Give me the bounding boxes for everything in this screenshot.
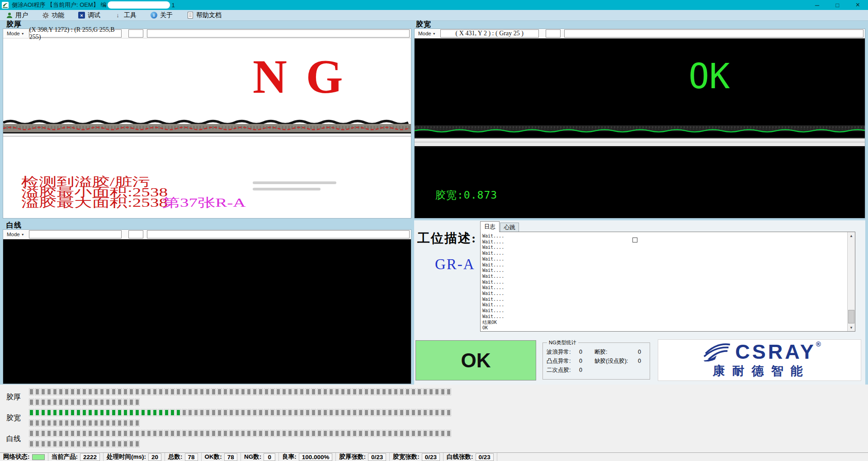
- indicator-cell: [346, 409, 351, 416]
- tab-heartbeat[interactable]: 心跳: [500, 223, 519, 232]
- indicator-cell: [41, 419, 46, 427]
- indicator-cell: [158, 388, 163, 395]
- indicator-cell: [188, 409, 193, 416]
- indicator-cell: [317, 430, 322, 437]
- indicator-cell: [252, 430, 257, 437]
- indicator-cell: [141, 388, 146, 395]
- chevron-down-icon: ▼: [21, 32, 24, 35]
- indicator-cell: [117, 430, 122, 437]
- scrollbar-thumb[interactable]: [848, 310, 854, 323]
- indicator-cell: [188, 388, 193, 395]
- indicator-cell: [41, 440, 46, 447]
- indicator-cell: [164, 430, 169, 437]
- indicator-cell: [282, 430, 287, 437]
- stat-value: 0: [579, 358, 594, 364]
- indicator-cell: [211, 388, 216, 395]
- indicator-cell: [70, 399, 75, 406]
- indicator-cell: [382, 430, 387, 437]
- indicator-cell: [29, 440, 34, 447]
- menu-item-user[interactable]: 用户: [4, 10, 30, 20]
- indicator-cell: [123, 409, 128, 416]
- indicator-cell: [387, 388, 392, 395]
- indicator-cell: [111, 388, 116, 395]
- chevron-down-icon: ▼: [21, 233, 24, 236]
- indicator-cell: [399, 430, 404, 437]
- indicator-cell: [241, 388, 245, 395]
- panel-title-glue-thickness: 胶厚: [6, 20, 22, 29]
- indicator-cell: [446, 430, 451, 437]
- indicator-cell: [35, 399, 40, 406]
- indicator-cell: [305, 430, 310, 437]
- white-line-image[interactable]: [3, 239, 411, 384]
- indicator-cell: [434, 388, 439, 395]
- indicator-cell: [29, 409, 34, 416]
- indicator-cell: [123, 430, 128, 437]
- indicator-cell: [241, 409, 245, 416]
- pixel-coordinate-readout: (X 398,Y 1272) : (R 255,G 255,B 255): [29, 29, 122, 38]
- indicator-cell: [135, 440, 140, 447]
- indicator-cell: [311, 388, 316, 395]
- indicator-cell: [223, 388, 228, 395]
- station-description-label: 工位描述:: [417, 230, 476, 247]
- indicator-cell: [434, 409, 439, 416]
- log-line: Wait....: [482, 291, 847, 297]
- indicator-cell: [105, 399, 110, 406]
- close-button[interactable]: ×: [848, 0, 868, 10]
- indicator-cell: [94, 399, 99, 406]
- status-label: 胶宽张数:: [393, 453, 420, 461]
- ng-type-stats-groupbox: 波浪异常: 0 断胶: 0 凸点异常: 0 缺胶(没点胶): 0 二次点胶: 0: [542, 342, 650, 380]
- indicator-cell: [393, 409, 398, 416]
- station-description-value: GR-A: [435, 256, 475, 273]
- indicator-cell: [376, 388, 381, 395]
- maximize-button[interactable]: □: [827, 0, 848, 10]
- indicator-cell: [311, 409, 316, 416]
- mode-dropdown[interactable]: Mode▼: [415, 31, 438, 36]
- menu-label: 功能: [52, 11, 64, 19]
- indicator-cell: [70, 440, 75, 447]
- status-label: 当前产品:: [52, 453, 78, 461]
- menu-item-debug[interactable]: × 调试: [76, 10, 102, 20]
- indicator-cell: [217, 409, 222, 416]
- minimize-button[interactable]: ─: [807, 0, 827, 10]
- stat-label: 断胶:: [594, 348, 638, 356]
- indicator-cell: [105, 440, 110, 447]
- log-checkbox[interactable]: [632, 238, 637, 242]
- indicator-cell: [440, 409, 445, 416]
- menu-item-functions[interactable]: 功能: [40, 10, 66, 20]
- indicator-cell: [264, 409, 269, 416]
- readout-box-small: [128, 230, 143, 238]
- vendor-logo: CSRAY ® 康耐德智能: [658, 339, 861, 381]
- status-field: 白线张数:0/23: [443, 453, 497, 461]
- white-line-mode-row: Mode▼: [3, 230, 411, 239]
- indicator-cell: [393, 430, 398, 437]
- glue-width-image[interactable]: OK 胶宽:0.873: [415, 38, 865, 218]
- tab-log[interactable]: 日志: [480, 221, 500, 232]
- glue-thickness-image[interactable]: NG 检测到溢胶/脏污 溢胶最小面积:2538 溢胶最大面积:2538 第37张…: [3, 38, 411, 218]
- menu-item-tools[interactable]: ↓ 工具: [112, 10, 138, 20]
- indicator-cell: [64, 388, 69, 395]
- mode-dropdown[interactable]: Mode▼: [3, 232, 26, 237]
- mode-dropdown[interactable]: Mode▼: [3, 31, 26, 36]
- menu-item-help-doc[interactable]: 帮助文档: [184, 10, 223, 20]
- status-bar: 网络状态: 当前产品:2222处理时间(ms):20总数:78OK数:78NG数…: [0, 452, 868, 461]
- indicator-cell: [229, 388, 234, 395]
- indicator-cell: [264, 430, 269, 437]
- indicator-cell: [76, 388, 81, 395]
- indicator-cell: [146, 388, 151, 395]
- indicator-cell: [417, 430, 422, 437]
- indicator-cell: [129, 440, 134, 447]
- pixel-coordinate-readout: [29, 230, 122, 238]
- indicator-cell: [323, 388, 328, 395]
- status-value: 0: [264, 453, 275, 461]
- overall-result-indicator[interactable]: OK: [415, 340, 536, 380]
- log-panel[interactable]: Wait....Wait....Wait....Wait....Wait....…: [480, 232, 855, 332]
- indicator-cell: [135, 430, 140, 437]
- logo-subtitle-text: 康耐德智能: [709, 363, 810, 379]
- window-title-tail: 1: [171, 2, 175, 9]
- menu-item-about[interactable]: i 关于: [148, 10, 175, 20]
- indicator-cell: [135, 409, 140, 416]
- log-line: Wait....: [482, 280, 847, 285]
- log-scrollbar[interactable]: ▲ ▼: [847, 232, 855, 331]
- scroll-up-icon[interactable]: ▲: [848, 232, 855, 239]
- scroll-down-icon[interactable]: ▼: [848, 324, 855, 331]
